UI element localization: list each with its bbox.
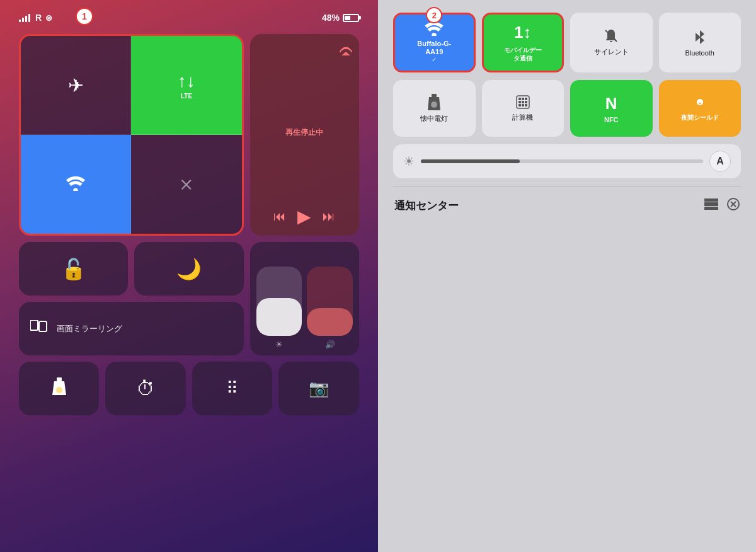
svg-rect-20: [522, 104, 524, 106]
brightness-track[interactable]: [421, 159, 703, 163]
battery-body: [343, 14, 359, 22]
volume-slider-col[interactable]: 🔊: [307, 267, 353, 349]
right-row2: 懐中電灯 計算機 N NFC: [393, 80, 741, 137]
right-calc-icon: [516, 95, 530, 109]
right-calc-label: 計算機: [512, 113, 533, 122]
bluetooth-cell[interactable]: ⨯: [131, 135, 241, 234]
notif-row: 通知センター: [393, 194, 741, 217]
svg-rect-26: [704, 203, 718, 205]
mirror-tile[interactable]: 画面ミラーリング: [19, 302, 244, 355]
brightness-sun-icon: ☀: [403, 154, 415, 169]
brightness-fill: [256, 298, 302, 336]
svg-rect-21: [525, 104, 527, 106]
brightness-slider-col[interactable]: ☀: [256, 267, 302, 349]
lock-tile[interactable]: 🔓: [19, 242, 128, 296]
right-mobile-icon: 1↕: [514, 23, 531, 42]
battery-fill: [345, 16, 350, 20]
camera-tile[interactable]: 📷: [278, 362, 359, 415]
right-mobile-label: モバイルデータ通信: [504, 46, 542, 62]
svg-rect-16: [518, 101, 521, 103]
svg-point-24: [699, 103, 701, 105]
svg-rect-9: [432, 94, 437, 97]
svg-rect-27: [704, 207, 718, 210]
right-silent-tile[interactable]: サイレント: [570, 13, 653, 72]
silent-label: サイレント: [594, 47, 629, 57]
right-nfc-label: NFC: [604, 116, 619, 124]
right-night-icon: [692, 95, 707, 110]
svg-rect-2: [30, 320, 38, 330]
svg-rect-25: [704, 198, 718, 201]
next-icon[interactable]: ⏭: [323, 209, 335, 224]
airplane-cell[interactable]: ✈: [21, 36, 131, 135]
wifi-cell[interactable]: [21, 135, 131, 234]
play-icon[interactable]: ▶: [297, 206, 311, 227]
timer-tile[interactable]: ⏱: [105, 362, 186, 415]
brightness-track: [256, 267, 302, 336]
battery-pct-label: 48%: [322, 13, 340, 23]
notif-empty-area: [393, 225, 741, 539]
right-top-row: 2 Buffalo-G-AA19 ✓ 1↕ モバイルデータ通信 サイレント: [393, 13, 741, 72]
bottom-tiles-row: ⏱ ⠿ 📷: [19, 362, 359, 415]
right-nfc-tile[interactable]: N NFC: [570, 80, 653, 137]
airplay-icon: [339, 43, 353, 59]
mobile-cell[interactable]: ↑↓ LTE: [131, 36, 241, 135]
mobile-label: LTE: [181, 93, 192, 100]
music-tile[interactable]: 再生停止中 ⏮ ▶ ⏭: [250, 34, 359, 236]
calculator-tile[interactable]: ⠿: [192, 362, 273, 415]
right-nfc-icon: N: [605, 94, 617, 113]
notif-list-icon[interactable]: [704, 198, 718, 213]
brightness-bottom-icon: ☀: [275, 340, 283, 349]
right-night-tile[interactable]: 夜間シールド: [659, 80, 742, 137]
right-wifi-icon: [425, 22, 444, 36]
music-controls: ⏮ ▶ ⏭: [273, 206, 335, 227]
moon-icon: 🌙: [176, 257, 202, 281]
right-mobile-tile[interactable]: 1↕ モバイルデータ通信: [482, 13, 564, 72]
right-wifi-tile[interactable]: 2 Buffalo-G-AA19 ✓: [393, 13, 476, 72]
right-bluetooth-tile[interactable]: Bluetooth: [659, 13, 742, 72]
step-badge-1: 1: [76, 8, 93, 25]
right-bluetooth-icon: [694, 29, 706, 45]
svg-rect-4: [57, 377, 62, 381]
right-bluetooth-label: Bluetooth: [685, 49, 714, 57]
volume-fill: [307, 308, 353, 336]
volume-track: [307, 267, 353, 336]
brightness-a-button[interactable]: A: [709, 151, 731, 172]
left-panel: R ⊜ 48% 1 ✈ ↑↓ LTE: [0, 0, 378, 552]
right-flashlight-tile[interactable]: 懐中電灯: [393, 80, 476, 137]
mirror-label: 画面ミラーリング: [57, 323, 122, 335]
svg-marker-1: [341, 52, 350, 55]
network-tile[interactable]: ✈ ↑↓ LTE ⨯: [19, 34, 244, 236]
right-wifi-check: ✓: [432, 56, 437, 63]
mirror-icon: [30, 319, 48, 338]
notif-close-icon[interactable]: [727, 198, 740, 214]
moon-tile[interactable]: 🌙: [134, 242, 243, 296]
flashlight-tile[interactable]: [19, 362, 99, 415]
svg-rect-17: [522, 101, 524, 103]
svg-point-11: [431, 101, 437, 108]
notif-center-label: 通知センター: [394, 198, 459, 213]
right-wifi-label: Buffalo-G-AA19: [417, 40, 451, 56]
step-badge-2: 2: [426, 7, 442, 23]
right-flashlight-label: 懐中電灯: [420, 114, 448, 124]
airplane-icon: ✈: [68, 74, 84, 96]
carrier-name: R: [35, 13, 42, 23]
bluetooth-icon-left: ⨯: [179, 174, 193, 195]
prev-icon[interactable]: ⏮: [273, 209, 286, 224]
silent-icon: [604, 28, 619, 43]
signal-bars: [19, 13, 30, 22]
mobile-icon: ↑↓: [178, 71, 195, 91]
svg-rect-19: [518, 104, 521, 106]
right-panel: 2 Buffalo-G-AA19 ✓ 1↕ モバイルデータ通信 サイレント: [378, 0, 756, 552]
right-night-label: 夜間シールド: [681, 113, 719, 122]
svg-rect-18: [525, 101, 527, 103]
sliders-tile: ☀ 🔊: [250, 242, 359, 355]
brightness-bar-fill: [421, 159, 520, 163]
timer-icon: ⏱: [136, 378, 155, 400]
svg-rect-3: [39, 321, 47, 331]
brightness-a-label: A: [716, 156, 724, 167]
right-calculator-tile[interactable]: 計算機: [482, 80, 564, 137]
volume-bottom-icon: 🔊: [325, 340, 335, 349]
svg-rect-14: [522, 98, 524, 100]
wifi-icon: [66, 174, 85, 195]
status-bar: R ⊜ 48%: [19, 13, 359, 23]
